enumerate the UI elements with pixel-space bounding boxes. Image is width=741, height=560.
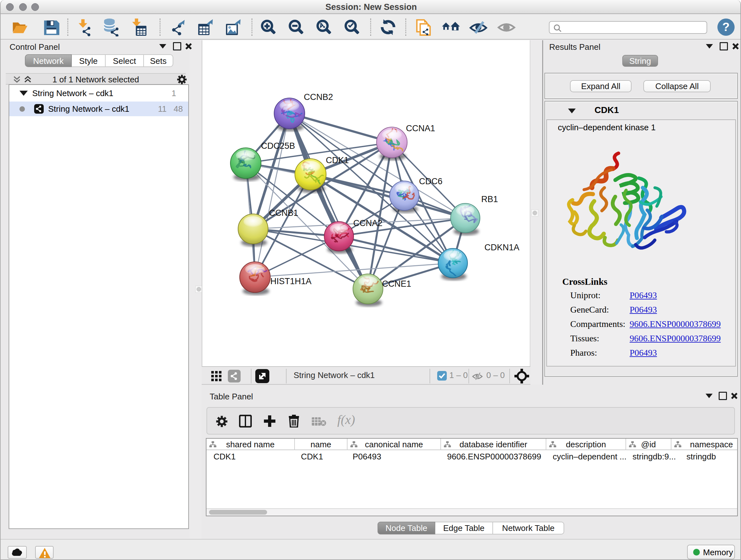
svg-text:RB1: RB1 (481, 194, 498, 204)
svg-text:CCNB1: CCNB1 (269, 208, 298, 218)
svg-text:CCNA2: CCNA2 (353, 219, 383, 228)
svg-text:CDKN1A: CDKN1A (484, 243, 520, 252)
svg-text:?: ? (723, 20, 730, 34)
svg-text:CCNB2: CCNB2 (304, 92, 333, 102)
svg-text:CDC25B: CDC25B (261, 141, 295, 151)
svg-text:CDC6: CDC6 (419, 177, 443, 186)
svg-text:CCNA1: CCNA1 (406, 124, 435, 133)
svg-text:HIST1H1A: HIST1H1A (270, 276, 312, 286)
svg-text:CCNE1: CCNE1 (382, 279, 411, 289)
svg-text:CDK1: CDK1 (326, 155, 349, 165)
